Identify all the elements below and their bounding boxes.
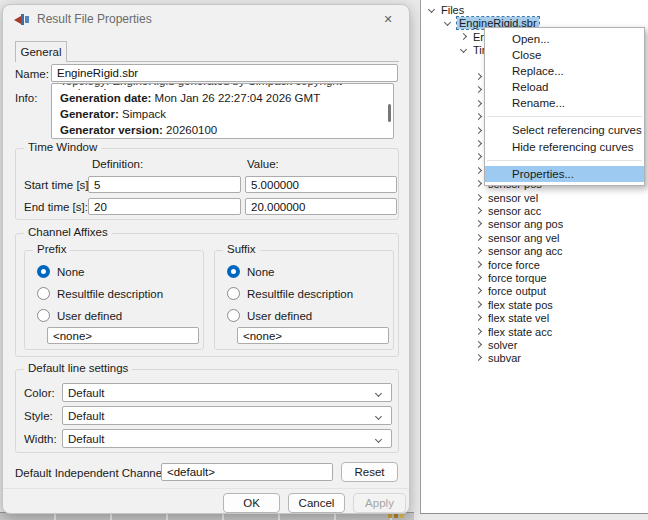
chevron-right-icon[interactable] — [475, 73, 483, 81]
chevron-right-icon[interactable] — [475, 86, 483, 94]
chevron-right-icon[interactable] — [475, 354, 483, 362]
prefix-radio-none[interactable]: None — [37, 265, 85, 278]
tree-item[interactable]: force force — [421, 258, 648, 272]
chevron-right-icon[interactable] — [475, 234, 483, 242]
start-time-definition-input[interactable]: 5 — [88, 176, 241, 193]
color-select[interactable]: Default — [62, 383, 392, 402]
tree-item-label: sensor ang acc — [488, 245, 563, 257]
chevron-right-icon[interactable] — [475, 180, 483, 188]
independent-channel-value: <default> — [167, 466, 215, 478]
result-file-properties-dialog: Result File Properties ✕ General Name: E… — [2, 4, 410, 514]
close-icon[interactable]: ✕ — [373, 9, 403, 29]
channel-affixes-group: Channel Affixes Prefix None Resultfile d… — [15, 233, 399, 357]
name-input[interactable]: EngineRigid.sbr — [51, 64, 398, 82]
prefix-radio-resultfile-description[interactable]: Resultfile description — [37, 287, 163, 300]
radio-label: None — [57, 266, 85, 278]
menu-item-close[interactable]: Close — [485, 47, 644, 63]
end-time-value-field[interactable]: 20.000000 — [245, 198, 397, 215]
chevron-right-icon[interactable] — [475, 127, 483, 135]
chevron-right-icon[interactable] — [475, 274, 483, 282]
chevron-right-icon[interactable] — [475, 314, 483, 322]
ok-button[interactable]: OK — [223, 493, 280, 513]
info-line: Generator: Simpack — [60, 106, 385, 122]
menu-separator — [487, 116, 642, 117]
info-scrollbar[interactable] — [388, 104, 391, 122]
result-file-icon — [14, 14, 29, 25]
suffix-radio-resultfile-description[interactable]: Resultfile description — [227, 287, 353, 300]
chevron-down-icon[interactable] — [460, 46, 468, 54]
end-time-definition-input[interactable]: 20 — [88, 198, 241, 215]
chevron-right-icon[interactable] — [475, 287, 483, 295]
default-line-settings-title: Default line settings — [24, 362, 132, 374]
width-select-value: Default — [68, 433, 104, 445]
tree-item[interactable]: sensor ang pos — [421, 217, 648, 231]
prefix-radio-user-defined[interactable]: User defined — [37, 309, 122, 322]
name-value: EngineRigid.sbr — [57, 67, 138, 79]
chevron-right-icon[interactable] — [475, 140, 483, 148]
apply-button[interactable]: Apply — [353, 493, 406, 513]
chevron-right-icon[interactable] — [475, 167, 483, 175]
chevron-right-icon[interactable] — [460, 33, 468, 41]
menu-item-open[interactable]: Open... — [485, 31, 644, 47]
tree-item[interactable]: sensor vel — [421, 191, 648, 205]
menu-item-reload[interactable]: Reload — [485, 79, 644, 95]
radio-off-icon — [227, 287, 240, 300]
independent-channel-input[interactable]: <default> — [161, 463, 333, 481]
tree-item[interactable]: Files — [421, 3, 648, 17]
chevron-placeholder — [475, 60, 483, 68]
time-window-title: Time Window — [24, 141, 101, 153]
chevron-right-icon[interactable] — [475, 207, 483, 215]
chevron-right-icon[interactable] — [475, 261, 483, 269]
chevron-down-icon[interactable] — [444, 19, 452, 27]
chevron-right-icon[interactable] — [475, 113, 483, 121]
tree-item[interactable]: flex state acc — [421, 325, 648, 339]
independent-channel-label: Default Independent Channel: — [15, 467, 168, 479]
chevron-down-icon[interactable] — [428, 6, 436, 14]
tree-item[interactable]: solver — [421, 338, 648, 352]
dialog-titlebar[interactable]: Result File Properties ✕ — [3, 5, 409, 33]
chevron-right-icon[interactable] — [475, 247, 483, 255]
chevron-right-icon[interactable] — [475, 100, 483, 108]
tree-item[interactable]: flex state vel — [421, 311, 648, 325]
menu-item-replace[interactable]: Replace... — [485, 63, 644, 79]
menu-item-rename[interactable]: Rename... — [485, 95, 644, 111]
tree-item[interactable]: sensor ang vel — [421, 231, 648, 245]
suffix-radio-user-defined[interactable]: User defined — [227, 309, 312, 322]
tree-item[interactable]: sensor acc — [421, 204, 648, 218]
tree-item-label: sensor ang vel — [488, 232, 560, 244]
channel-affixes-title: Channel Affixes — [24, 226, 112, 238]
start-time-value-field[interactable]: 5.000000 — [245, 176, 397, 193]
tree-item[interactable]: subvar — [421, 351, 648, 365]
chevron-down-icon — [375, 413, 383, 421]
chevron-right-icon[interactable] — [475, 301, 483, 309]
dialog-title: Result File Properties — [37, 12, 152, 26]
width-select[interactable]: Default — [62, 429, 392, 448]
tree-item[interactable]: force torque — [421, 271, 648, 285]
chevron-right-icon[interactable] — [475, 328, 483, 336]
menu-item-hide-referencing-curves[interactable]: Hide referencing curves — [485, 139, 644, 155]
chevron-right-icon[interactable] — [475, 153, 483, 161]
menu-item-select-referencing-curves[interactable]: Select referencing curves — [485, 122, 644, 138]
suffix-user-defined-input[interactable]: <none> — [237, 327, 389, 344]
menu-item-properties[interactable]: Properties... — [485, 166, 644, 182]
tree-item[interactable]: force output — [421, 284, 648, 298]
tree-item[interactable]: flex state pos — [421, 298, 648, 312]
style-select[interactable]: Default — [62, 406, 392, 425]
radio-label: Resultfile description — [247, 288, 353, 300]
chevron-right-icon[interactable] — [475, 194, 483, 202]
color-label: Color: — [24, 387, 55, 399]
chevron-right-icon[interactable] — [475, 341, 483, 349]
suffix-radio-none[interactable]: None — [227, 265, 275, 278]
cancel-button[interactable]: Cancel — [288, 493, 345, 513]
chevron-right-icon[interactable] — [475, 220, 483, 228]
tree-item-label: subvar — [488, 352, 521, 364]
prefix-user-defined-input[interactable]: <none> — [47, 327, 199, 344]
tree-item-label: Files — [441, 4, 464, 16]
color-select-value: Default — [68, 387, 104, 399]
tab-general[interactable]: General — [15, 41, 67, 62]
reset-button[interactable]: Reset — [341, 462, 398, 482]
tree-item-label: solver — [488, 339, 517, 351]
info-box[interactable]: Topology: EngineRigid generated by Simpa… — [51, 83, 394, 139]
tree-item[interactable]: sensor ang acc — [421, 244, 648, 258]
menu-separator — [487, 160, 642, 161]
